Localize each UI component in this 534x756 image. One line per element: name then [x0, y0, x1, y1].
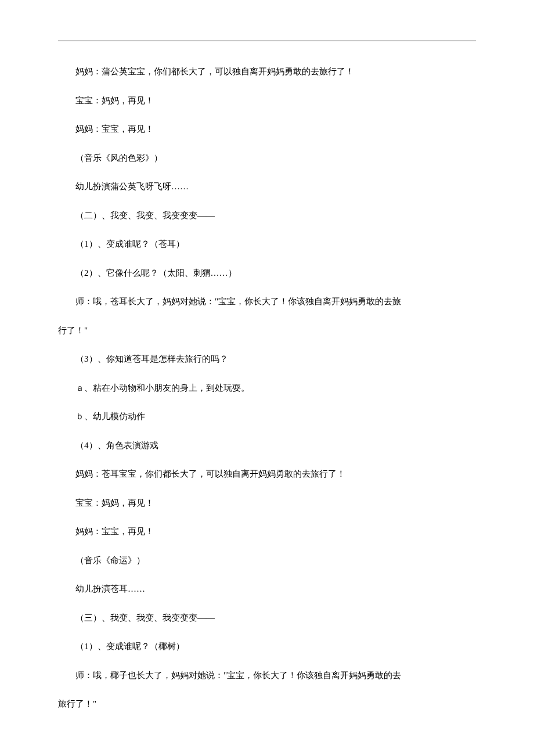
paragraph: 幼儿扮演苍耳……: [58, 582, 476, 597]
paragraph: ｂ、幼儿模仿动作: [58, 409, 476, 424]
paragraph: （3）、你知道苍耳是怎样去旅行的吗？: [58, 352, 476, 367]
paragraph: 行了！": [58, 323, 476, 339]
paragraph: 幼儿扮演蒲公英飞呀飞呀……: [58, 179, 476, 195]
paragraph: 宝宝：妈妈，再见！: [58, 496, 476, 511]
paragraph: 师：哦，椰子也长大了，妈妈对她说："宝宝，你长大了！你该独自离开妈妈勇敢的去: [58, 668, 476, 683]
paragraph: 妈妈：宝宝，再见！: [58, 122, 476, 137]
paragraph: （二）、我变、我变、我变变变——: [58, 208, 476, 224]
paragraph: （三）、我变、我变、我变变变——: [58, 611, 476, 626]
document-page: 妈妈：蒲公英宝宝，你们都长大了，可以独自离开妈妈勇敢的去旅行了！宝宝：妈妈，再见…: [0, 0, 534, 756]
paragraph: （4）、角色表演游戏: [58, 438, 476, 453]
paragraph: （1）、变成谁呢？（椰树）: [58, 639, 476, 654]
paragraph: 宝宝：妈妈，再见！: [58, 93, 476, 109]
paragraph: 师：哦，苍耳长大了，妈妈对她说："宝宝，你长大了！你该独自离开妈妈勇敢的去旅: [58, 294, 476, 309]
paragraph: （1）、变成谁呢？（苍耳）: [58, 237, 476, 252]
paragraph: 妈妈：苍耳宝宝，你们都长大了，可以独自离开妈妈勇敢的去旅行了！: [58, 467, 476, 482]
paragraph: 旅行了！": [58, 697, 476, 712]
paragraph: （音乐《命运》）: [58, 553, 476, 568]
paragraph: （音乐《风的色彩》）: [58, 151, 476, 166]
horizontal-rule: [58, 41, 476, 41]
document-content: 妈妈：蒲公英宝宝，你们都长大了，可以独自离开妈妈勇敢的去旅行了！宝宝：妈妈，再见…: [58, 64, 476, 712]
paragraph: ａ、粘在小动物和小朋友的身上，到处玩耍。: [58, 381, 476, 396]
paragraph: 妈妈：蒲公英宝宝，你们都长大了，可以独自离开妈妈勇敢的去旅行了！: [58, 64, 476, 80]
paragraph: 妈妈：宝宝，再见！: [58, 524, 476, 539]
paragraph: （2）、它像什么呢？（太阳、刺猬……）: [58, 266, 476, 281]
